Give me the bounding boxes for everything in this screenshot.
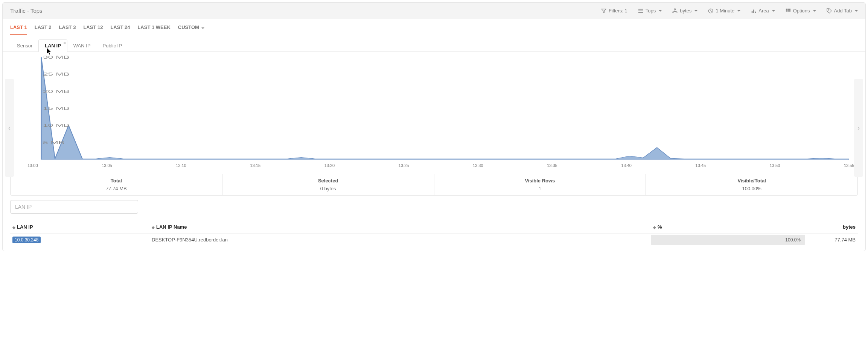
chevron-down-icon xyxy=(201,27,204,29)
filters-control[interactable]: Filters: 1 xyxy=(601,8,627,14)
summary-total: Total 77.74 MB xyxy=(11,174,222,195)
subtab-public-ip[interactable]: Public IP xyxy=(97,40,128,52)
svg-rect-1 xyxy=(638,11,643,11)
svg-rect-13 xyxy=(786,10,787,12)
page-title: Traffic - Tops xyxy=(10,8,43,14)
unit-control[interactable]: bytes xyxy=(672,8,697,14)
summary-selected: Selected 0 bytes xyxy=(222,174,434,195)
summary-visible-total: Visible/Total 100.00% xyxy=(646,174,857,195)
period-last-24[interactable]: LAST 24 xyxy=(110,24,130,35)
svg-text:10 MB: 10 MB xyxy=(43,123,70,127)
chart-x-axis: 13:0013:0513:1013:1513:2013:2513:3013:35… xyxy=(27,163,844,168)
svg-rect-2 xyxy=(638,12,643,13)
col-lan-ip[interactable]: ◆LAN IP xyxy=(10,220,149,234)
chart-bar-icon xyxy=(751,8,756,14)
svg-rect-11 xyxy=(787,8,789,10)
grid-icon xyxy=(786,8,791,14)
col-bytes[interactable]: bytes xyxy=(805,220,858,234)
funnel-icon xyxy=(601,8,606,14)
x-tick: 13:35 xyxy=(547,163,547,168)
x-tick: 13:05 xyxy=(102,163,102,168)
interval-control[interactable]: 1 Minute xyxy=(708,8,740,14)
period-last-12[interactable]: LAST 12 xyxy=(83,24,103,35)
chevron-down-icon xyxy=(813,10,816,12)
interval-label: 1 Minute xyxy=(716,8,734,14)
x-tick: 13:15 xyxy=(250,163,251,168)
options-control[interactable]: Options xyxy=(786,8,816,14)
close-icon[interactable]: × xyxy=(63,41,65,45)
unit-label: bytes xyxy=(680,8,691,14)
period-last-2[interactable]: LAST 2 xyxy=(35,24,52,35)
charttype-control[interactable]: Area xyxy=(751,8,775,14)
x-tick: 13:45 xyxy=(696,163,696,168)
chart-prev-button[interactable]: ‹ xyxy=(5,79,14,177)
tops-control[interactable]: Tops xyxy=(638,8,662,14)
svg-rect-7 xyxy=(752,11,753,13)
x-tick: 13:10 xyxy=(176,163,176,168)
summary-row: Total 77.74 MB Selected 0 bytes Visible … xyxy=(10,174,858,196)
subtab-wan-ip[interactable]: WAN IP xyxy=(67,40,97,52)
sort-icon: ◆ xyxy=(653,225,656,229)
sub-tabs: Sensor LAN IP × WAN IP Public IP xyxy=(3,38,865,52)
tag-icon xyxy=(827,8,832,14)
table-row[interactable]: 10.0.30.248DESKTOP-F9N354U.redborder.lan… xyxy=(10,234,858,246)
svg-text:20 MB: 20 MB xyxy=(43,89,70,94)
area-chart: 30 MB25 MB20 MB15 MB10 MB5 MB xyxy=(16,56,852,161)
svg-rect-8 xyxy=(753,9,754,13)
search-input[interactable] xyxy=(10,200,138,214)
svg-text:25 MB: 25 MB xyxy=(43,72,70,76)
chevron-down-icon xyxy=(772,10,775,12)
svg-text:5 MB: 5 MB xyxy=(43,140,64,145)
data-table: ◆LAN IP ◆LAN IP Name ◆% bytes 10.0.30.24… xyxy=(10,220,858,246)
cell-lan-ip-name: DESKTOP-F9N354U.redborder.lan xyxy=(149,234,651,246)
sort-icon: ◆ xyxy=(152,225,155,229)
chevron-down-icon xyxy=(737,10,740,12)
x-tick: 13:25 xyxy=(399,163,399,168)
cell-bytes: 77.74 MB xyxy=(805,234,858,246)
chart-area: ‹ › 30 MB25 MB20 MB15 MB10 MB5 MB 13:001… xyxy=(3,52,865,169)
svg-rect-9 xyxy=(755,11,756,13)
chevron-down-icon xyxy=(694,10,697,12)
period-last-3[interactable]: LAST 3 xyxy=(59,24,76,35)
network-icon xyxy=(672,8,678,14)
x-tick: 13:55 xyxy=(844,163,844,168)
search-row xyxy=(3,200,865,214)
chart-next-button[interactable]: › xyxy=(854,79,863,177)
x-tick: 13:30 xyxy=(473,163,473,168)
svg-text:30 MB: 30 MB xyxy=(43,56,70,59)
period-tabs: LAST 1 LAST 2 LAST 3 LAST 12 LAST 24 LAS… xyxy=(3,19,865,35)
svg-point-3 xyxy=(675,8,676,10)
charttype-label: Area xyxy=(758,8,769,14)
subtab-sensor[interactable]: Sensor xyxy=(11,40,38,52)
sort-icon: ◆ xyxy=(12,225,15,229)
period-last-1[interactable]: LAST 1 xyxy=(10,24,27,35)
x-tick: 13:00 xyxy=(27,163,28,168)
filters-label: Filters: 1 xyxy=(609,8,627,14)
ip-badge[interactable]: 10.0.30.248 xyxy=(12,237,41,243)
tops-label: Tops xyxy=(646,8,656,14)
col-lan-ip-name[interactable]: ◆LAN IP Name xyxy=(149,220,651,234)
svg-rect-0 xyxy=(638,9,643,9)
period-custom[interactable]: CUSTOM xyxy=(178,24,204,35)
subtab-lan-ip[interactable]: LAN IP × xyxy=(38,39,67,52)
clock-icon xyxy=(708,8,713,14)
svg-text:15 MB: 15 MB xyxy=(43,106,70,111)
add-tab-control[interactable]: Add Tab xyxy=(827,8,858,14)
summary-visible-rows: Visible Rows 1 xyxy=(434,174,646,195)
period-last-1-week[interactable]: LAST 1 WEEK xyxy=(137,24,170,35)
options-label: Options xyxy=(793,8,810,14)
svg-rect-15 xyxy=(789,10,790,12)
chevron-down-icon xyxy=(855,10,858,12)
svg-point-16 xyxy=(828,9,828,10)
x-tick: 13:40 xyxy=(621,163,621,168)
x-tick: 13:50 xyxy=(770,163,770,168)
x-tick: 13:20 xyxy=(324,163,325,168)
list-icon xyxy=(638,8,643,14)
svg-rect-12 xyxy=(789,8,790,10)
svg-rect-10 xyxy=(786,8,787,10)
col-percent[interactable]: ◆% xyxy=(651,220,805,234)
chevron-down-icon xyxy=(659,10,662,12)
cell-percent: 100.0% xyxy=(651,234,805,246)
add-tab-label: Add Tab xyxy=(834,8,852,14)
topbar: Traffic - Tops Filters: 1 Tops bytes 1 M… xyxy=(3,3,865,19)
